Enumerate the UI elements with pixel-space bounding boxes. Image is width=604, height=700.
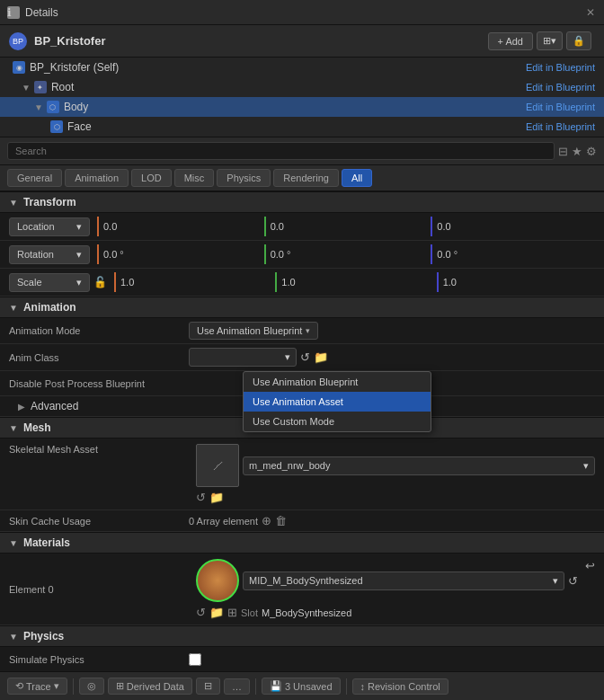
animation-section-header[interactable]: ▼ Animation (0, 297, 604, 318)
animation-mode-row: Animation Mode Use Animation Blueprint ▾… (0, 318, 604, 344)
edit-blueprint-link-2[interactable]: Edit in Blueprint (526, 102, 595, 112)
filter-icon-button[interactable]: ⊟ (558, 145, 568, 158)
edit-blueprint-link-0[interactable]: Edit in Blueprint (526, 62, 595, 73)
physics-arrow: ▼ (9, 632, 18, 642)
mat-reset-button[interactable]: ↺ (568, 574, 578, 588)
material-element-0-row: Element 0 MID_M_BodySynthesized ▾ ↺ ↺ 📁 … (0, 554, 604, 625)
option-use-animation-blueprint[interactable]: Use Animation Blueprint (244, 372, 431, 392)
mat-grid-button[interactable]: ⊞ (227, 606, 237, 619)
unsaved-button[interactable]: 💾 3 Unsaved (262, 678, 341, 695)
skin-cache-label: Skin Cache Usage (9, 516, 189, 527)
simulate-physics-checkbox[interactable] (189, 653, 201, 666)
edit-blueprint-link-3[interactable]: Edit in Blueprint (526, 121, 595, 132)
mesh-browse-button[interactable]: 📁 (209, 491, 224, 504)
derived-data-icon: ⊞ (116, 680, 124, 692)
location-y[interactable] (264, 217, 429, 236)
rotation-row: Rotation ▾ (0, 241, 604, 269)
mat-browse-button[interactable]: ↺ (196, 606, 206, 619)
root-icon: ✦ (34, 81, 47, 93)
scale-inputs (114, 272, 595, 292)
advanced-arrow: ▶ (18, 402, 25, 412)
simulate-physics-label: Simulate Physics (9, 654, 189, 665)
mat-dropdown[interactable]: MID_M_BodySynthesized ▾ (243, 572, 564, 590)
anim-class-row: Anim Class ▾ ↺ 📁 (0, 344, 604, 371)
option-use-animation-asset[interactable]: Use Animation Asset (244, 392, 431, 412)
sep-3 (346, 678, 347, 695)
tab-rendering[interactable]: Rendering (273, 169, 339, 187)
scale-lock-icon[interactable]: 🔓 (93, 276, 107, 288)
bp-avatar: BP (9, 32, 27, 50)
bp-self-icon: ◉ (13, 61, 25, 74)
animation-mode-dropdown[interactable]: Use Animation Blueprint ▾ (189, 322, 318, 340)
edit-blueprint-link-1[interactable]: Edit in Blueprint (526, 82, 595, 93)
tab-general[interactable]: General (7, 169, 62, 187)
animation-mode-label: Animation Mode (9, 325, 189, 336)
mesh-reset-button[interactable]: ↺ (196, 491, 206, 504)
tab-physics[interactable]: Physics (217, 169, 271, 187)
derived-data-label: Derived Data (127, 681, 184, 692)
transform-section-header[interactable]: ▼ Transform (0, 191, 604, 213)
scale-dropdown[interactable]: Scale ▾ (9, 273, 90, 292)
main-content: ▼ Transform Location ▾ Rotation ▾ Scale … (0, 191, 604, 678)
scale-x[interactable] (114, 272, 272, 292)
sep-2 (255, 678, 256, 695)
tree-area: ◉ BP_Kristofer (Self) Edit in Blueprint … (0, 58, 604, 137)
rotation-y[interactable] (264, 244, 429, 264)
location-dropdown[interactable]: Location ▾ (9, 217, 90, 236)
tree-item-body[interactable]: ▼ ⬡ Body Edit in Blueprint (0, 97, 604, 117)
tree-item-root[interactable]: ▼ ✦ Root Edit in Blueprint (0, 77, 604, 97)
search-input[interactable] (7, 142, 555, 160)
trace-icon: ⟲ (15, 680, 23, 692)
material-thumbnail (196, 559, 239, 602)
rotation-z[interactable] (431, 244, 595, 264)
skin-cache-add[interactable]: ⊕ (262, 514, 271, 527)
mat-right: MID_M_BodySynthesized ▾ ↺ ↺ 📁 ⊞ Slot M_B… (196, 559, 578, 619)
layout-btn-2[interactable]: ⊟ (196, 678, 220, 695)
physics-section-header[interactable]: ▼ Physics (0, 625, 604, 647)
skin-cache-delete[interactable]: 🗑 (275, 514, 287, 527)
anim-class-browse[interactable]: 📁 (314, 350, 328, 364)
tab-lod[interactable]: LOD (131, 169, 172, 187)
tab-misc[interactable]: Misc (174, 169, 215, 187)
rotation-x[interactable] (97, 244, 262, 264)
more-button[interactable]: … (224, 678, 250, 695)
tree-item-face[interactable]: ⬡ Face Edit in Blueprint (0, 117, 604, 137)
tab-animation[interactable]: Animation (65, 169, 129, 187)
mesh-dropdown-row: ⟋ m_med_nrw_body ▾ (196, 444, 595, 487)
unsaved-icon: 💾 (270, 680, 282, 692)
scale-y[interactable] (275, 272, 433, 292)
bp-name-row: BP BP_Kristofer + Add ⊞▾ 🔒 (0, 25, 604, 58)
anim-class-dropdown[interactable]: ▾ (189, 348, 297, 367)
mat-folder-button[interactable]: 📁 (209, 606, 224, 619)
settings-icon-button[interactable]: ⚙ (586, 145, 597, 158)
anim-class-reset[interactable]: ↺ (300, 350, 310, 364)
close-button[interactable]: ✕ (584, 6, 597, 19)
tree-item-bp-self[interactable]: ◉ BP_Kristofer (Self) Edit in Blueprint (0, 58, 604, 77)
scale-z[interactable] (437, 272, 595, 292)
animation-label: Animation (23, 301, 76, 314)
layout-button[interactable]: ⊞▾ (537, 31, 563, 50)
materials-section-header[interactable]: ▼ Materials (0, 532, 604, 554)
mat-dropdown-row: MID_M_BodySynthesized ▾ ↺ (196, 559, 578, 602)
revision-control-button[interactable]: ↕ Revision Control (352, 678, 449, 695)
location-x[interactable] (97, 217, 262, 236)
mat-reset-right[interactable]: ↩ (585, 559, 595, 572)
tree-label-bp-self: BP_Kristofer (Self) (30, 61, 526, 74)
filter-tabs: General Animation LOD Misc Physics Rende… (0, 165, 604, 191)
skin-cache-value: 0 Array element ⊕ 🗑 (189, 514, 595, 527)
derived-data-button[interactable]: ⊞ Derived Data (108, 678, 192, 695)
location-inputs (97, 217, 595, 236)
tab-all[interactable]: All (342, 169, 372, 187)
lock-button[interactable]: 🔒 (566, 31, 591, 50)
title-bar-label: Details (25, 6, 584, 19)
mesh-dropdown[interactable]: m_med_nrw_body ▾ (243, 456, 595, 475)
option-use-custom-mode[interactable]: Use Custom Mode (244, 412, 431, 431)
content-button[interactable]: ◎ (79, 678, 104, 695)
trace-button[interactable]: ⟲ Trace ▾ (7, 678, 67, 695)
title-bar: ℹ Details ✕ (0, 0, 604, 25)
location-z[interactable] (431, 217, 595, 236)
bookmark-icon-button[interactable]: ★ (572, 145, 582, 158)
rotation-dropdown[interactable]: Rotation ▾ (9, 245, 90, 264)
mat-slot-row: ↺ 📁 ⊞ Slot M_BodySynthesized (196, 606, 578, 619)
add-button[interactable]: + Add (488, 32, 533, 50)
